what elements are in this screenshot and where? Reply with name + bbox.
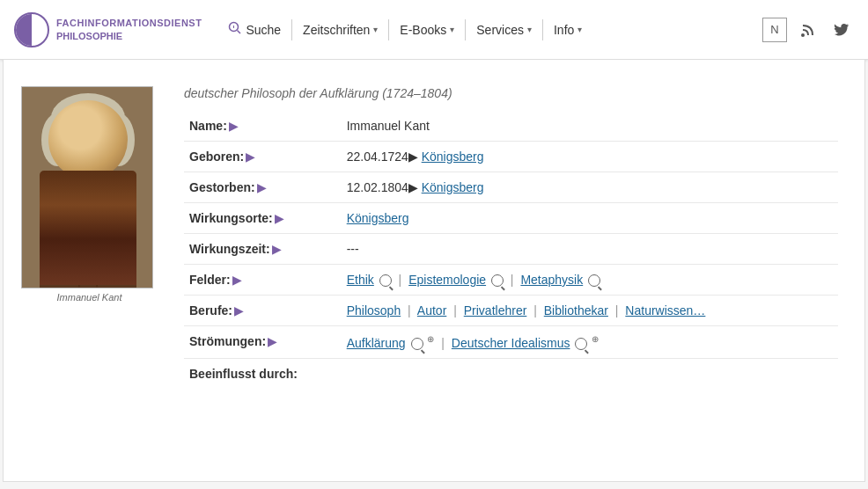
value-beeinflusst bbox=[342, 359, 838, 390]
person-description: deutscher Philosoph der Aufklärung (1724… bbox=[184, 86, 838, 100]
nav-search-label: Suche bbox=[246, 23, 281, 37]
label-wirkungszeit: Wirkungszeit:▶ bbox=[184, 234, 342, 265]
chevron-down-icon-2: ▾ bbox=[450, 25, 454, 34]
nav-divider-3 bbox=[465, 19, 466, 40]
link-stroemungen-2[interactable]: Deutscher Idealismus bbox=[452, 336, 570, 350]
label-name: Name:▶ bbox=[184, 111, 342, 142]
label-born: Geboren:▶ bbox=[184, 142, 342, 172]
arrow-icon: ▶ bbox=[234, 303, 244, 317]
twitter-icon[interactable] bbox=[829, 18, 854, 42]
svg-point-16 bbox=[85, 246, 92, 253]
table-row: Gestorben:▶ 12.02.1804▶ Königsberg bbox=[184, 172, 838, 203]
nav-journals[interactable]: Zeitschriften ▾ bbox=[294, 19, 386, 40]
nav-ebooks[interactable]: E-Books ▾ bbox=[391, 19, 463, 40]
arrow-icon: ▶ bbox=[408, 150, 418, 164]
svg-rect-13 bbox=[81, 175, 95, 193]
name-value: Immanuel Kant bbox=[347, 119, 430, 133]
header: FACHINFORMATIONSDIENST PHILOSOPHIE Suche… bbox=[0, 0, 868, 60]
nav-info[interactable]: Info ▾ bbox=[545, 19, 591, 40]
nav-search[interactable]: Suche bbox=[219, 18, 290, 41]
label-beeinflusst: Beeinflusst durch: bbox=[184, 359, 342, 390]
arrow-icon: ▶ bbox=[408, 180, 418, 194]
nav-services[interactable]: Services ▾ bbox=[467, 19, 541, 40]
link-felder-1[interactable]: Ethik bbox=[347, 273, 374, 287]
chevron-down-icon-3: ▾ bbox=[527, 25, 532, 34]
arrow-icon: ▶ bbox=[268, 334, 277, 348]
portrait-svg bbox=[22, 87, 153, 288]
svg-line-1 bbox=[238, 31, 241, 34]
table-row: Berufe:▶ Philosoph | Autor | Privatlehre… bbox=[184, 296, 838, 326]
info-table: Name:▶ Immanuel Kant Geboren:▶ 22.04.172… bbox=[184, 111, 838, 389]
svg-point-15 bbox=[85, 233, 92, 240]
logo-area: FACHINFORMATIONSDIENST PHILOSOPHIE bbox=[14, 12, 202, 47]
label-stroemungen: Strömungen:▶ bbox=[184, 326, 342, 359]
logo-line2: PHILOSOPHIE bbox=[56, 30, 202, 42]
link-berufe-3[interactable]: Privatlehrer bbox=[464, 303, 527, 317]
link-felder-2[interactable]: Epistemologie bbox=[408, 273, 486, 287]
table-row: Wirkungsorte:▶ Königsberg bbox=[184, 203, 838, 234]
arrow-icon: ▶ bbox=[272, 242, 282, 256]
search-nav-icon bbox=[228, 21, 242, 38]
search-icon-metaphysik[interactable] bbox=[588, 274, 600, 287]
search-icon-ethik[interactable] bbox=[379, 274, 392, 287]
arrow-icon: ▶ bbox=[232, 273, 242, 287]
svg-point-5 bbox=[801, 33, 805, 37]
svg-point-17 bbox=[85, 259, 92, 266]
logo-icon bbox=[14, 12, 49, 47]
link-berufe-4[interactable]: Bibliothekar bbox=[544, 303, 608, 317]
table-row: Strömungen:▶ Aufklärung ⊕ | Deutscher Id… bbox=[184, 326, 838, 359]
arrow-icon: ▶ bbox=[257, 180, 267, 194]
link-berufe-5[interactable]: Naturwissen… bbox=[625, 303, 705, 317]
chevron-down-icon: ▾ bbox=[373, 25, 378, 34]
nav-divider-2 bbox=[388, 19, 389, 40]
search-icon-aufklaerung[interactable] bbox=[411, 338, 423, 350]
value-born: 22.04.1724▶ Königsberg bbox=[342, 142, 838, 172]
search-icon-epistemologie[interactable] bbox=[491, 274, 504, 287]
value-wirkungszeit: --- bbox=[342, 234, 838, 265]
link-berufe-1[interactable]: Philosoph bbox=[347, 303, 401, 317]
table-row: Wirkungszeit:▶ --- bbox=[184, 234, 838, 265]
rss-icon[interactable] bbox=[796, 18, 820, 42]
portrait-image bbox=[21, 86, 153, 288]
label-berufe: Berufe:▶ bbox=[184, 296, 342, 326]
chevron-down-icon-4: ▾ bbox=[577, 25, 582, 34]
table-row: Geboren:▶ 22.04.1724▶ Königsberg bbox=[184, 142, 838, 172]
arrow-icon: ▶ bbox=[275, 211, 284, 225]
header-icons: N bbox=[762, 18, 854, 42]
table-row: Felder:▶ Ethik | Epistemologie | Metaphy… bbox=[184, 265, 838, 296]
pipe-3: | bbox=[408, 303, 411, 317]
label-died: Gestorben:▶ bbox=[184, 172, 342, 203]
pipe-7: | bbox=[441, 336, 445, 350]
n-icon[interactable]: N bbox=[762, 18, 787, 42]
portrait-area: Immanuel Kant bbox=[21, 86, 158, 389]
arrow-icon: ▶ bbox=[246, 150, 255, 164]
pipe-1: | bbox=[399, 273, 402, 287]
nav-divider-1 bbox=[291, 19, 292, 40]
nav-journals-label: Zeitschriften bbox=[303, 23, 370, 37]
link-stroemungen-1[interactable]: Aufklärung bbox=[347, 336, 406, 350]
svg-point-18 bbox=[95, 260, 116, 274]
label-wirkungsorte: Wirkungsorte:▶ bbox=[184, 203, 342, 234]
label-felder: Felder:▶ bbox=[184, 265, 342, 296]
pipe-4: | bbox=[453, 303, 457, 317]
link-wirkungsort-1[interactable]: Königsberg bbox=[347, 211, 409, 225]
link-felder-3[interactable]: Metaphysik bbox=[520, 273, 583, 287]
link-died-place[interactable]: Königsberg bbox=[422, 180, 484, 194]
arrow-icon: ▶ bbox=[229, 119, 239, 133]
wirkungszeit-value: --- bbox=[347, 242, 359, 256]
link-berufe-2[interactable]: Autor bbox=[417, 303, 446, 317]
svg-point-12 bbox=[95, 139, 102, 144]
search-icon-idealismus[interactable] bbox=[575, 338, 587, 350]
table-row: Beeinflusst durch: bbox=[184, 359, 838, 390]
pipe-6: | bbox=[615, 303, 619, 317]
superscript-1: ⊕ bbox=[427, 334, 434, 344]
svg-point-9 bbox=[41, 113, 73, 166]
main-nav: Suche Zeitschriften ▾ E-Books ▾ Services… bbox=[219, 18, 854, 42]
link-born-place[interactable]: Königsberg bbox=[422, 150, 484, 164]
value-died: 12.02.1804▶ Königsberg bbox=[342, 172, 838, 203]
main-content: Immanuel Kant deutscher Philosoph der Au… bbox=[3, 60, 865, 482]
value-felder: Ethik | Epistemologie | Metaphysik bbox=[342, 265, 838, 296]
svg-rect-6 bbox=[22, 87, 153, 288]
logo-text: FACHINFORMATIONSDIENST PHILOSOPHIE bbox=[56, 17, 202, 42]
value-wirkungsorte: Königsberg bbox=[342, 203, 838, 234]
